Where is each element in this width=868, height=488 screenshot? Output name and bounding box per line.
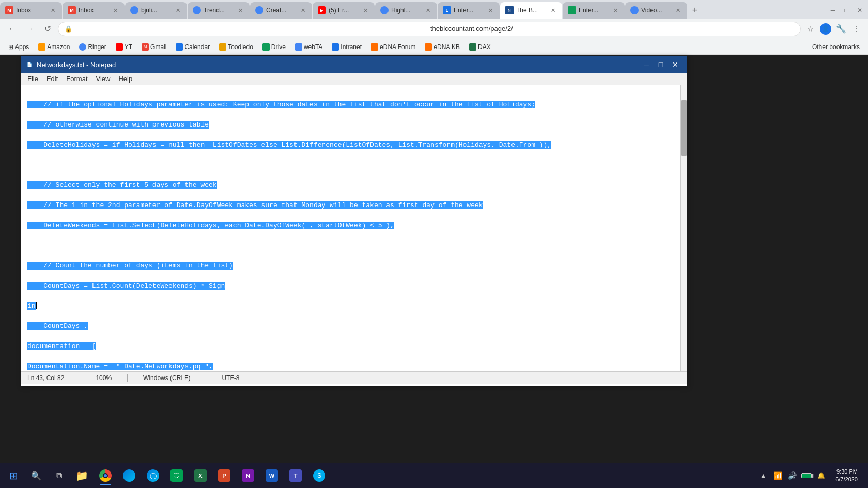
taskbar-file-explorer[interactable]: 📁 <box>70 464 93 487</box>
taskbar-skype[interactable]: S <box>308 464 331 487</box>
tab-close-2[interactable]: ✕ <box>111 6 119 14</box>
bm-apps[interactable]: ⊞ Apps <box>4 42 33 52</box>
menu-format[interactable]: Format <box>62 74 91 84</box>
scrollbar-thumb[interactable] <box>681 100 687 157</box>
bm-drive[interactable]: Drive <box>258 42 290 52</box>
browser-restore[interactable]: □ <box>840 4 853 17</box>
taskbar-clock[interactable]: 9:30 PM 6/7/2020 <box>831 468 862 484</box>
star-button[interactable]: ☆ <box>804 23 816 35</box>
tab-bjuli[interactable]: bjuli... ✕ <box>125 2 187 19</box>
taskbar-onenote[interactable]: N <box>237 464 259 487</box>
tray-show-hidden[interactable]: ▲ <box>757 469 769 482</box>
menu-file[interactable]: File <box>23 74 42 84</box>
bm-dax[interactable]: DAX <box>465 42 495 52</box>
tab-label-4: Trend... <box>204 7 236 14</box>
bm-edna-kb-label: eDNA KB <box>433 43 460 51</box>
tab-close-3[interactable]: ✕ <box>174 6 182 14</box>
tab-label-8: Enter... <box>454 7 486 14</box>
taskbar-teams[interactable]: T <box>284 464 307 487</box>
bm-gmail[interactable]: M Gmail <box>137 42 171 52</box>
browser-close[interactable]: ✕ <box>854 4 866 17</box>
taskbar-word[interactable]: W <box>260 464 283 487</box>
tab-trend[interactable]: Trend... ✕ <box>188 2 250 19</box>
tray-notification[interactable]: 🔔 <box>815 469 827 482</box>
reload-button[interactable]: ↺ <box>40 22 55 36</box>
start-button[interactable]: ⊞ <box>2 464 25 487</box>
tab-theb[interactable]: N The B... ✕ <box>500 2 562 19</box>
tab-highl[interactable]: Highl... ✕ <box>375 2 437 19</box>
profile-button[interactable]: 👤 <box>819 23 832 35</box>
bm-intranet[interactable]: Intranet <box>328 42 366 52</box>
notepad-window: 📄 Networkdays.txt - Notepad ─ □ ✕ File E… <box>21 56 687 386</box>
bm-toodledo[interactable]: Toodledo <box>215 42 257 52</box>
tab-close-10[interactable]: ✕ <box>611 6 619 14</box>
tab-yt[interactable]: ▶ (5) Er... ✕ <box>313 2 375 19</box>
tab-close-11[interactable]: ✕ <box>674 6 682 14</box>
tab-close-8[interactable]: ✕ <box>486 6 494 14</box>
tab-close-9[interactable]: ✕ <box>549 6 557 14</box>
tab-close-4[interactable]: ✕ <box>236 6 244 14</box>
tab-bar: M Inbox ✕ M Inbox ✕ bjuli... ✕ Trend... … <box>0 0 868 19</box>
bm-amazon[interactable]: Amazon <box>34 42 74 52</box>
bm-calendar[interactable]: Calendar <box>172 42 214 52</box>
bm-edna-kb[interactable]: eDNA KB <box>421 42 464 52</box>
notepad-content[interactable]: // if the optional Holidays parameter is… <box>21 85 687 371</box>
menu-help[interactable]: Help <box>114 74 136 84</box>
notepad-minimize[interactable]: ─ <box>639 57 654 72</box>
notepad-window-icon: 📄 <box>25 60 34 69</box>
edge-icon <box>123 469 135 482</box>
bm-intranet-icon <box>332 43 339 51</box>
status-position: Ln 43, Col 82 <box>27 374 64 382</box>
taskbar-powerpoint[interactable]: P <box>213 464 236 487</box>
bm-edna-forum[interactable]: eDNA Forum <box>367 42 420 52</box>
tab-creat[interactable]: Creat... ✕ <box>250 2 312 19</box>
taskbar-chrome[interactable] <box>94 464 117 487</box>
forward-button[interactable]: → <box>23 22 37 36</box>
vertical-scrollbar[interactable] <box>680 85 687 371</box>
extensions-button[interactable]: 🔧 <box>835 23 847 35</box>
bm-other-bookmarks[interactable]: Other bookmarks <box>808 42 864 52</box>
taskbar-tray: ▲ 📶 🔊 ▐ 🔔 <box>753 469 831 482</box>
show-desktop-button[interactable] <box>862 464 866 487</box>
status-encoding: UTF-8 <box>222 374 239 382</box>
tab-label-9: The B... <box>516 7 549 14</box>
excel-icon: X <box>194 469 207 482</box>
notepad-close[interactable]: ✕ <box>668 57 683 72</box>
new-tab-button[interactable]: + <box>688 3 702 18</box>
taskview-button[interactable]: ⧉ <box>48 464 70 487</box>
security-icon: 🛡 <box>171 469 183 482</box>
bm-yt[interactable]: YT <box>112 42 136 52</box>
bm-ringer-label: Ringer <box>88 43 106 51</box>
address-bar[interactable]: 🔒 thebiccountant.com/page/2/ <box>58 22 801 36</box>
menu-edit[interactable]: Edit <box>42 74 62 84</box>
browser-minimize[interactable]: ─ <box>827 4 839 17</box>
tab-enter2[interactable]: Enter... ✕ <box>563 2 625 19</box>
chrome-options[interactable]: ⋮ <box>850 23 863 35</box>
notepad-restore[interactable]: □ <box>654 57 668 72</box>
teams-icon: T <box>289 469 302 482</box>
tab-inbox-1[interactable]: M Inbox ✕ <box>0 2 62 19</box>
tab-close-6[interactable]: ✕ <box>361 6 369 14</box>
tab-close-5[interactable]: ✕ <box>299 6 307 14</box>
tray-battery[interactable]: ▐ <box>800 469 813 482</box>
tray-volume[interactable]: 🔊 <box>786 469 798 482</box>
taskbar-search[interactable]: 🔍 <box>25 464 48 487</box>
bm-dax-icon <box>469 43 476 51</box>
tab-video[interactable]: Video... ✕ <box>625 2 687 19</box>
tab-close-1[interactable]: ✕ <box>49 6 57 14</box>
tab-enter1[interactable]: 1 Enter... ✕ <box>438 2 500 19</box>
back-button[interactable]: ← <box>5 22 20 36</box>
menu-view[interactable]: View <box>92 74 115 84</box>
taskbar-excel[interactable]: X <box>189 464 212 487</box>
tab-inbox-2[interactable]: M Inbox ✕ <box>63 2 125 19</box>
status-zoom: 100% <box>96 374 112 382</box>
tray-network[interactable]: 📶 <box>771 469 784 482</box>
bm-ringer[interactable]: Ringer <box>75 42 110 52</box>
taskbar-cortana[interactable]: ◯ <box>142 464 164 487</box>
bm-gmail-icon: M <box>142 43 149 51</box>
tab-label-3: bjuli... <box>141 7 174 14</box>
taskbar-security[interactable]: 🛡 <box>165 464 188 487</box>
tab-close-7[interactable]: ✕ <box>424 6 432 14</box>
taskbar-edge[interactable] <box>118 464 141 487</box>
bm-webta[interactable]: webTA <box>291 42 327 52</box>
